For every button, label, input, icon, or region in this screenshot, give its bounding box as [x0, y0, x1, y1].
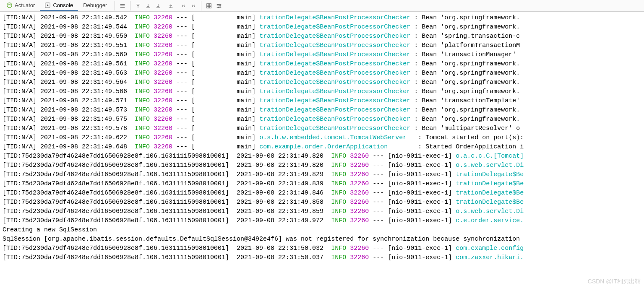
upload-icon[interactable] — [166, 1, 176, 11]
divider — [130, 1, 130, 10]
tab-debugger[interactable]: Debugger — [78, 0, 112, 11]
svg-point-3 — [217, 4, 218, 5]
wrap-lines-icon[interactable] — [117, 1, 128, 11]
tab-console[interactable]: Console — [40, 0, 78, 11]
swap-2-icon[interactable] — [188, 1, 198, 11]
tab-label: Actuator — [15, 2, 35, 8]
spring-icon — [7, 3, 12, 8]
table-icon[interactable] — [204, 1, 214, 11]
swap-1-icon[interactable] — [178, 1, 188, 11]
svg-point-0 — [7, 3, 12, 7]
tab-label: Console — [53, 2, 73, 8]
scroll-to-start-icon[interactable] — [133, 1, 143, 11]
toolbar: Actuator Console Debugger — [0, 0, 644, 12]
divider — [201, 1, 201, 10]
download-2-icon[interactable] — [153, 1, 163, 11]
play-icon — [45, 3, 50, 8]
svg-rect-2 — [207, 3, 211, 8]
tab-actuator[interactable]: Actuator — [2, 0, 40, 11]
download-1-icon[interactable] — [143, 1, 153, 11]
tab-label: Debugger — [83, 2, 107, 8]
svg-point-5 — [218, 7, 219, 8]
svg-point-4 — [220, 5, 221, 6]
divider — [115, 1, 115, 10]
settings-icon[interactable] — [214, 1, 224, 11]
console-output[interactable]: [TID:N/A] 2021-09-08 22:31:49.542 INFO 3… — [0, 12, 644, 262]
watermark: CSDN @IT利刃出鞘 — [588, 278, 641, 285]
